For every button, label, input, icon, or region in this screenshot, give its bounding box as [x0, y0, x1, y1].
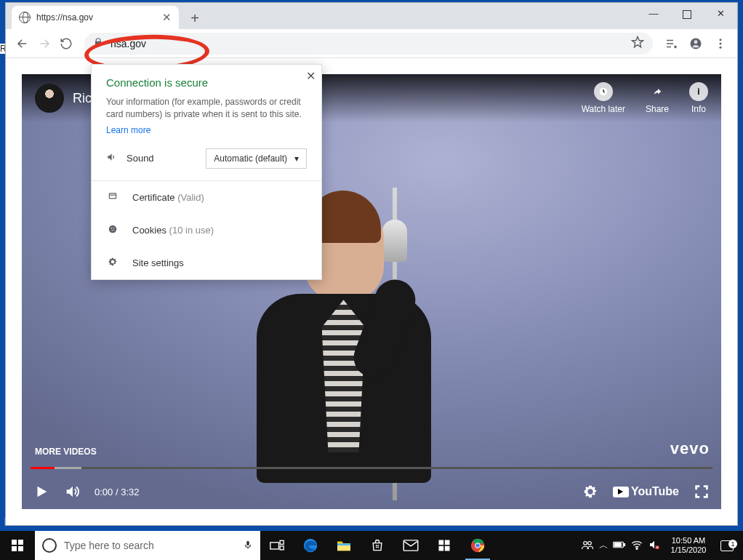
svg-point-31: [584, 541, 587, 545]
certificate-row[interactable]: Certificate (Valid): [92, 181, 321, 214]
taskbar-app-edge[interactable]: [294, 531, 327, 560]
certificate-status: (Valid): [177, 192, 204, 203]
svg-rect-27: [445, 546, 450, 551]
taskbar-search-placeholder: Type here to search: [64, 540, 154, 551]
profile-avatar-icon[interactable]: [685, 33, 707, 55]
action-center-button[interactable]: 1: [714, 540, 740, 551]
tray-volume-muted-icon[interactable]: [646, 540, 663, 552]
svg-rect-25: [445, 540, 450, 545]
watch-on-youtube-button[interactable]: YouTube: [613, 485, 679, 498]
svg-rect-14: [280, 540, 284, 544]
info-button[interactable]: i Info: [689, 82, 708, 114]
watch-later-button[interactable]: Watch later: [582, 82, 625, 114]
watch-later-label: Watch later: [582, 104, 625, 114]
tray-overflow-chevron-icon[interactable]: ︿: [596, 539, 611, 552]
svg-point-36: [636, 548, 638, 549]
svg-rect-34: [624, 543, 625, 545]
certificate-label: Certificate: [132, 192, 175, 203]
svg-point-2: [720, 39, 722, 41]
cookie-icon: [106, 224, 119, 236]
window-minimize-button[interactable]: —: [637, 3, 670, 25]
browser-tab[interactable]: https://nsa.gov ✕: [12, 6, 179, 29]
browser-toolbar: nsa.gov: [6, 29, 737, 58]
cookies-row[interactable]: Cookies (10 in use): [92, 214, 321, 247]
microphone-icon[interactable]: [243, 538, 253, 553]
bookmark-star-icon[interactable]: [631, 36, 644, 51]
globe-icon: [19, 12, 31, 23]
tab-title: https://nsa.gov: [36, 12, 93, 23]
taskbar-app-mail[interactable]: [394, 531, 427, 560]
svg-point-30: [475, 543, 480, 548]
share-button[interactable]: Share: [646, 82, 669, 114]
progress-played: [31, 467, 55, 469]
lock-icon[interactable]: [93, 37, 103, 49]
volume-button[interactable]: [64, 484, 80, 500]
taskbar-time: 10:50 AM: [663, 536, 714, 545]
window-maximize-button[interactable]: [670, 3, 704, 25]
menu-dots-icon[interactable]: [710, 33, 731, 55]
cookies-label: Cookies: [132, 225, 166, 236]
sound-select-value: Automatic (default): [214, 153, 287, 164]
taskbar-pinned-apps: [260, 531, 494, 560]
start-button[interactable]: [0, 531, 35, 560]
taskbar-app-chrome[interactable]: [461, 531, 494, 560]
taskbar-app-security[interactable]: [427, 531, 461, 560]
forward-button[interactable]: [33, 33, 55, 55]
settings-gear-icon[interactable]: [582, 484, 598, 500]
svg-point-4: [720, 46, 722, 48]
fullscreen-button[interactable]: [694, 484, 710, 500]
certificate-icon: [106, 191, 119, 204]
task-view-button[interactable]: [260, 531, 294, 560]
share-arrow-icon: [648, 82, 667, 101]
connection-secure-title: Connection is secure: [106, 76, 307, 89]
clock-icon: [594, 82, 613, 101]
window-controls: — ✕: [637, 3, 737, 25]
address-bar[interactable]: nsa.gov: [84, 33, 653, 55]
svg-rect-26: [439, 546, 444, 551]
tray-battery-icon[interactable]: [611, 540, 628, 551]
taskbar-date: 1/15/2020: [663, 545, 714, 555]
more-videos-button[interactable]: MORE VIDEOS: [35, 447, 97, 457]
svg-rect-21: [376, 547, 377, 548]
info-label: Info: [691, 104, 706, 114]
taskbar-search-input[interactable]: Type here to search: [35, 531, 260, 560]
site-settings-label: Site settings: [132, 257, 184, 268]
taskbar-app-store[interactable]: [361, 531, 394, 560]
vevo-watermark: vevo: [670, 439, 710, 458]
channel-avatar[interactable]: [35, 84, 64, 113]
info-icon: i: [689, 82, 708, 101]
sound-permission-select[interactable]: Automatic (default) ▾: [206, 148, 307, 169]
cookies-status: (10 in use): [169, 225, 214, 236]
reading-list-icon[interactable]: [660, 33, 682, 55]
svg-point-10: [112, 230, 113, 231]
svg-rect-24: [439, 540, 444, 545]
popover-close-button[interactable]: ✕: [306, 69, 316, 83]
svg-point-8: [111, 228, 112, 229]
tab-close-button[interactable]: ✕: [162, 11, 172, 24]
progress-buffered: [55, 467, 82, 469]
new-tab-button[interactable]: +: [185, 9, 205, 29]
taskbar-clock[interactable]: 10:50 AM 1/15/2020: [663, 536, 714, 555]
site-settings-row[interactable]: Site settings: [92, 247, 321, 279]
tray-wifi-icon[interactable]: [628, 540, 646, 552]
tray-people-icon[interactable]: [579, 540, 596, 552]
notification-count: 1: [728, 540, 737, 548]
time-display: 0:00 / 3:32: [95, 487, 139, 497]
svg-rect-23: [403, 540, 418, 551]
connection-secure-description: Your information (for example, passwords…: [106, 96, 307, 121]
svg-point-11: [113, 229, 114, 230]
back-button[interactable]: [12, 33, 33, 55]
taskbar-app-file-explorer[interactable]: [327, 531, 361, 560]
reload-button[interactable]: [55, 33, 77, 55]
svg-rect-12: [246, 540, 249, 545]
cortana-circle-icon: [42, 538, 57, 553]
svg-rect-22: [377, 547, 379, 548]
svg-point-7: [109, 225, 117, 233]
sound-icon: [106, 152, 116, 164]
chevron-down-icon: ▾: [294, 153, 299, 164]
learn-more-link[interactable]: Learn more: [106, 125, 150, 135]
progress-bar[interactable]: [31, 467, 712, 469]
play-button[interactable]: [33, 484, 49, 500]
window-close-button[interactable]: ✕: [704, 3, 737, 25]
tab-strip: https://nsa.gov ✕ + — ✕: [6, 3, 737, 29]
